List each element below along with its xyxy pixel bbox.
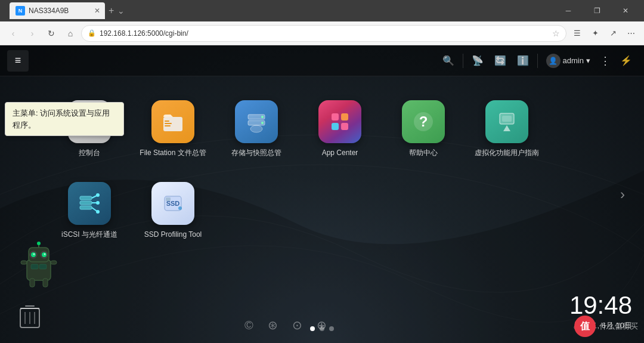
- window-controls: ─ ❐ ✕: [555, 0, 639, 21]
- user-menu[interactable]: 👤 admin ▾: [541, 54, 595, 68]
- user-dropdown-icon: ▾: [586, 56, 590, 65]
- app-icon-virtualization[interactable]: 虚拟化功能用户指南: [465, 94, 549, 164]
- favicon: N: [16, 6, 25, 16]
- external-access-button[interactable]: 📡: [467, 50, 488, 72]
- address-text: 192.168.1.126:5000/cgi-bin/: [100, 29, 549, 38]
- svg-rect-21: [502, 116, 512, 122]
- robot-mascot: [18, 242, 60, 289]
- address-bar[interactable]: 🔒 192.168.1.126:5000/cgi-bin/ ☆: [81, 25, 566, 42]
- restore-button[interactable]: ❐: [583, 0, 611, 21]
- virtualization-icon: [494, 109, 520, 135]
- appcenter-grid-icon: [327, 109, 353, 135]
- user-name: admin: [563, 56, 584, 65]
- iscsi-label: iSCSI 与光纤通道: [61, 230, 117, 240]
- app-icon-helpdesk[interactable]: ? 帮助中心: [382, 94, 465, 164]
- clock-time: 19:48: [569, 293, 632, 318]
- home-button[interactable]: ⌂: [62, 25, 79, 42]
- svg-rect-43: [51, 261, 57, 264]
- svg-rect-44: [30, 279, 35, 287]
- share-button[interactable]: ↗: [605, 25, 621, 42]
- svg-point-25: [96, 193, 100, 197]
- iscsi-icon-img: [68, 182, 111, 225]
- svg-rect-42: [21, 261, 27, 264]
- svg-rect-47: [39, 264, 47, 269]
- toolbar-right-icons: 🔍 📡 🔄 ℹ️ 👤 admin ▾ ⋮ ⚡: [438, 50, 637, 72]
- svg-rect-15: [332, 123, 339, 130]
- more-options-button[interactable]: ⋮: [596, 54, 614, 67]
- appcenter-label: App Center: [322, 148, 358, 158]
- tab-list-button[interactable]: ⌄: [117, 6, 125, 16]
- bottom-icons: © ⊛ ⊙ ⊕: [244, 318, 327, 332]
- external-icon: 📡: [472, 55, 484, 66]
- svg-point-26: [96, 201, 100, 205]
- more-button[interactable]: ⋯: [623, 25, 639, 42]
- appcenter-icon-img: [318, 100, 361, 143]
- toolbar-divider-2: [537, 54, 538, 68]
- app-icon-ssd[interactable]: SSD SSD Profiling Tool: [131, 176, 215, 246]
- folder-icon: [160, 109, 186, 135]
- ssd-icon-img: SSD: [151, 182, 194, 225]
- svg-rect-46: [31, 264, 38, 269]
- svg-point-31: [178, 206, 182, 210]
- svg-rect-45: [43, 279, 48, 287]
- bottom-icon-1[interactable]: ©: [244, 319, 253, 332]
- security-lock-icon: 🔒: [88, 29, 96, 37]
- svg-rect-24: [80, 206, 92, 209]
- main-menu-button[interactable]: ≡: [7, 50, 29, 72]
- svg-point-10: [250, 125, 262, 132]
- virtualization-icon-img: [485, 100, 528, 143]
- nav-extra-buttons: ☰ ✦ ↗ ⋯: [569, 25, 639, 42]
- back-button[interactable]: ‹: [5, 25, 21, 42]
- bottom-icon-3[interactable]: ⊙: [292, 318, 302, 332]
- tooltip-text: 主菜单: 访问系统设置与应用程序。: [13, 109, 110, 129]
- tab-bar: N NAS334A9B ✕ + ⌄: [10, 0, 550, 21]
- storage-icon: [243, 109, 270, 135]
- browser-tab[interactable]: N NAS334A9B ✕: [10, 2, 105, 19]
- qsync-icon: 🔄: [494, 55, 506, 66]
- refresh-button[interactable]: ↻: [43, 25, 60, 42]
- forward-button[interactable]: ›: [24, 25, 41, 42]
- ssd-icon: SSD: [160, 190, 186, 217]
- hamburger-icon: ≡: [15, 54, 21, 67]
- tab-close-button[interactable]: ✕: [94, 7, 100, 15]
- helpdesk-icon-img: ?: [402, 100, 445, 143]
- svg-rect-5: [165, 120, 169, 122]
- minimize-button[interactable]: ─: [555, 0, 582, 21]
- trash-icon[interactable]: [17, 301, 43, 331]
- virtualization-label: 虚拟化功能用户指南: [475, 148, 539, 158]
- app-icon-iscsi[interactable]: iSCSI 与光纤通道: [48, 176, 131, 246]
- next-page-arrow[interactable]: ›: [613, 185, 632, 204]
- app-icon-appcenter[interactable]: App Center: [298, 94, 382, 164]
- iscsi-icon: [76, 190, 103, 217]
- app-icon-filestation[interactable]: File Station 文件总管: [131, 94, 215, 164]
- info-icon: ℹ️: [517, 55, 529, 66]
- bottom-icon-4[interactable]: ⊕: [317, 318, 327, 332]
- new-tab-button[interactable]: +: [105, 5, 117, 16]
- reading-view-button[interactable]: ☰: [569, 25, 586, 42]
- svg-rect-14: [341, 113, 348, 120]
- svg-point-41: [37, 242, 41, 245]
- resource-monitor-button[interactable]: ⚡: [615, 50, 637, 72]
- nas-desktop: ≡ 🔍 📡 🔄 ℹ️ 👤 admin ▾ ⋮: [0, 45, 644, 343]
- watermark-text: 什么值得买: [599, 321, 638, 332]
- svg-rect-7: [165, 125, 171, 126]
- monitor-icon: ⚡: [620, 55, 632, 66]
- info-button[interactable]: ℹ️: [512, 50, 534, 72]
- bookmark-star-icon[interactable]: ☆: [552, 29, 560, 38]
- bottom-icon-2[interactable]: ⊛: [268, 318, 278, 332]
- svg-rect-32: [27, 259, 51, 280]
- svg-point-39: [44, 254, 46, 255]
- svg-marker-20: [503, 125, 510, 131]
- user-avatar: 👤: [546, 54, 561, 68]
- search-button[interactable]: 🔍: [438, 50, 459, 72]
- close-button[interactable]: ✕: [612, 0, 639, 21]
- robot-svg: [18, 242, 60, 289]
- browser-navbar: ‹ › ↻ ⌂ 🔒 192.168.1.126:5000/cgi-bin/ ☆ …: [0, 21, 644, 45]
- app-icon-storage[interactable]: 存储与快照总管: [215, 94, 298, 164]
- dot-3[interactable]: [329, 326, 334, 331]
- favorites-button[interactable]: ✦: [587, 25, 603, 42]
- qsync-button[interactable]: 🔄: [490, 50, 511, 72]
- watermark-logo: 值: [574, 316, 596, 337]
- question-mark-icon: ?: [410, 109, 436, 135]
- controlpanel-label: 控制台: [79, 148, 100, 158]
